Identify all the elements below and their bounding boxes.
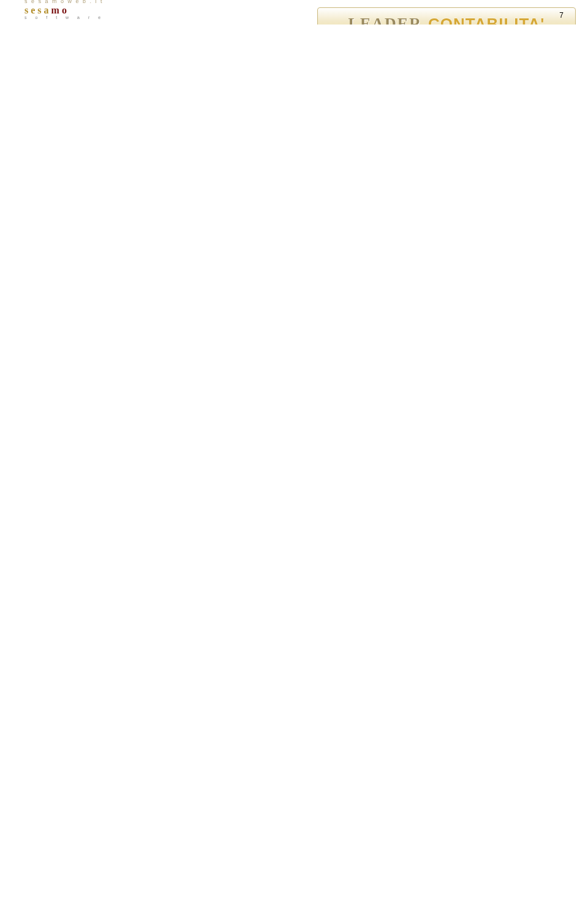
sesamo-url: s e s a m o w e b . i t [24, 0, 104, 4]
page-footer: s e s a m o w e b . i t sesamo s o f t w… [0, 0, 588, 25]
sesamo-logo: s e s a m o w e b . i t sesamo s o f t w… [24, 0, 104, 20]
sesamo-software: s o f t w a r e [24, 15, 104, 20]
page-number: 7 [559, 11, 564, 20]
